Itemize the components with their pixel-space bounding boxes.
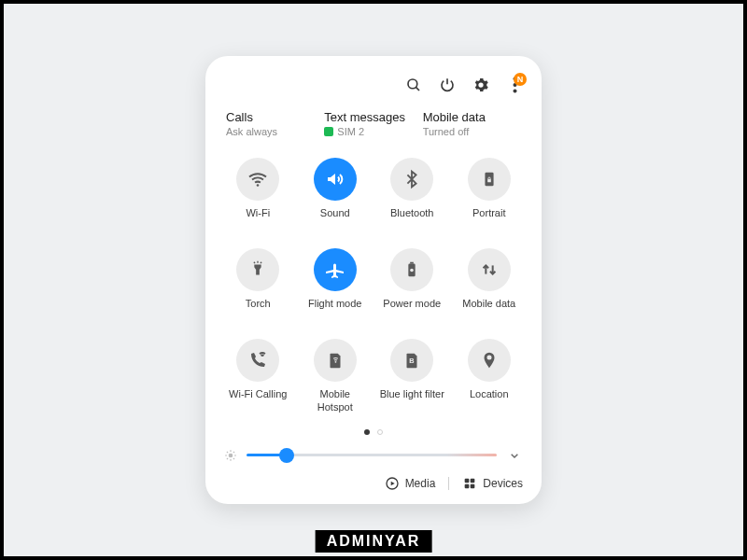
top-icon-bar: N bbox=[224, 77, 523, 93]
quick-settings-panel: N Calls Ask always Text messages SIM 2 M… bbox=[205, 56, 542, 504]
toggle-label: Wi-Fi Calling bbox=[229, 388, 287, 413]
page-dot-2 bbox=[377, 429, 383, 435]
toggle-blue-light-filter[interactable]: B Blue light filter bbox=[378, 339, 446, 414]
sim-chip-icon bbox=[324, 127, 333, 136]
devices-button[interactable]: Devices bbox=[462, 476, 523, 491]
brightness-slider[interactable] bbox=[247, 454, 497, 456]
toggle-label: Sound bbox=[320, 207, 350, 231]
mobiledata-selector[interactable]: Mobile data Turned off bbox=[423, 110, 521, 137]
svg-line-22 bbox=[233, 458, 234, 459]
sound-icon bbox=[324, 168, 346, 190]
svg-line-1 bbox=[416, 88, 419, 91]
toggle-label: Location bbox=[470, 388, 509, 413]
svg-text:B: B bbox=[410, 357, 415, 365]
mobiledata-title: Mobile data bbox=[423, 110, 521, 124]
watermark-label: ADMINYAR bbox=[316, 530, 432, 553]
texts-sub: SIM 2 bbox=[324, 126, 422, 137]
svg-line-9 bbox=[254, 262, 255, 263]
wifi-calling-icon bbox=[247, 349, 269, 371]
svg-point-4 bbox=[513, 90, 516, 93]
toggle-label: Power mode bbox=[383, 298, 441, 322]
toggle-torch[interactable]: Torch bbox=[224, 248, 292, 322]
calls-title: Calls bbox=[226, 110, 324, 124]
settings-icon[interactable] bbox=[472, 77, 489, 93]
notification-badge: N bbox=[514, 73, 527, 86]
quick-toggle-grid: Wi-Fi Sound Bluetooth Portrait Torch bbox=[224, 158, 523, 414]
media-button[interactable]: Media bbox=[385, 476, 436, 491]
svg-point-5 bbox=[257, 184, 260, 187]
toggle-sound[interactable]: Sound bbox=[302, 158, 370, 231]
svg-line-21 bbox=[227, 452, 228, 453]
search-icon[interactable] bbox=[405, 77, 422, 93]
page-dot-1 bbox=[364, 429, 370, 435]
svg-rect-29 bbox=[471, 483, 475, 488]
airplane-icon bbox=[324, 259, 346, 281]
toggle-label: Blue light filter bbox=[380, 388, 444, 413]
bluetooth-icon bbox=[402, 169, 422, 189]
texts-selector[interactable]: Text messages SIM 2 bbox=[324, 110, 422, 137]
toggle-wifi-calling[interactable]: Wi-Fi Calling bbox=[224, 339, 292, 414]
calls-sub: Ask always bbox=[226, 126, 324, 137]
toggle-mobile-data[interactable]: Mobile data bbox=[456, 248, 524, 322]
devices-label: Devices bbox=[483, 477, 523, 490]
brightness-row bbox=[224, 448, 523, 463]
toggle-label: Bluetooth bbox=[390, 207, 433, 231]
texts-title: Text messages bbox=[324, 110, 422, 124]
power-icon[interactable] bbox=[439, 77, 456, 93]
torch-icon bbox=[247, 259, 268, 280]
toggle-bluetooth[interactable]: Bluetooth bbox=[378, 158, 446, 231]
wifi-icon bbox=[247, 168, 269, 190]
power-mode-icon bbox=[402, 259, 422, 280]
toggle-label: Portrait bbox=[472, 207, 505, 231]
svg-line-23 bbox=[227, 458, 228, 459]
media-icon bbox=[385, 476, 400, 491]
svg-point-14 bbox=[334, 361, 336, 363]
svg-point-0 bbox=[408, 79, 417, 89]
toggle-power-mode[interactable]: Power mode bbox=[378, 248, 446, 322]
toggle-label: Flight mode bbox=[308, 298, 361, 322]
toggle-mobile-hotspot[interactable]: Mobile Hotspot bbox=[302, 339, 370, 414]
location-icon bbox=[479, 350, 500, 371]
svg-line-24 bbox=[233, 452, 234, 453]
toggle-label: Wi-Fi bbox=[246, 207, 270, 231]
toggle-location[interactable]: Location bbox=[456, 339, 524, 414]
page-indicator[interactable] bbox=[224, 429, 523, 435]
more-icon[interactable]: N bbox=[506, 77, 523, 93]
mobiledata-sub: Turned off bbox=[423, 126, 521, 137]
svg-rect-12 bbox=[410, 262, 414, 264]
calls-selector[interactable]: Calls Ask always bbox=[226, 110, 324, 137]
hotspot-icon bbox=[325, 350, 345, 371]
svg-point-13 bbox=[410, 269, 414, 273]
brightness-icon bbox=[224, 449, 237, 462]
brightness-thumb[interactable] bbox=[279, 448, 294, 463]
brightness-expand-icon[interactable] bbox=[506, 448, 523, 463]
toggle-portrait[interactable]: Portrait bbox=[456, 158, 524, 231]
toggle-label: Mobile data bbox=[462, 298, 515, 322]
svg-rect-27 bbox=[471, 478, 475, 483]
svg-rect-28 bbox=[465, 483, 470, 488]
svg-rect-26 bbox=[465, 478, 470, 483]
separator bbox=[448, 477, 449, 490]
toggle-label: Mobile Hotspot bbox=[302, 388, 370, 414]
toggle-label: Torch bbox=[246, 298, 271, 322]
portrait-lock-icon bbox=[479, 169, 500, 189]
svg-rect-7 bbox=[487, 179, 491, 182]
blue-light-icon: B bbox=[402, 350, 422, 371]
media-label: Media bbox=[405, 477, 436, 490]
svg-line-10 bbox=[261, 262, 261, 263]
svg-point-16 bbox=[229, 454, 233, 457]
toggle-wifi[interactable]: Wi-Fi bbox=[224, 158, 292, 231]
bottom-row: Media Devices bbox=[224, 476, 523, 491]
devices-icon bbox=[462, 476, 477, 491]
mobile-data-icon bbox=[479, 259, 500, 280]
sim-info-row: Calls Ask always Text messages SIM 2 Mob… bbox=[224, 110, 523, 137]
toggle-flight-mode[interactable]: Flight mode bbox=[302, 248, 370, 322]
